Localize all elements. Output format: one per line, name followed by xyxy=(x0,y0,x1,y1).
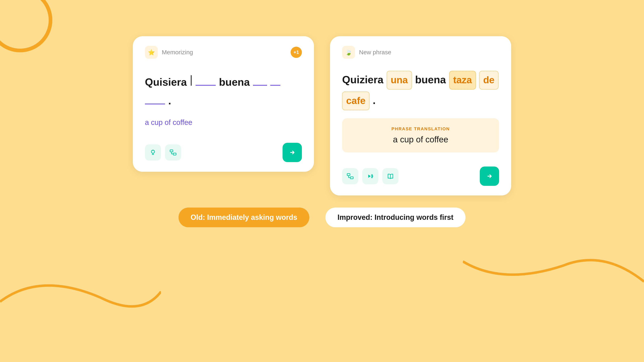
phrase-content: Quiziera una buena taza de cafe . PHRASE… xyxy=(342,71,499,154)
card-footer-right xyxy=(342,162,499,186)
label-improved: Improved: Introducing words first xyxy=(326,208,466,227)
sentence-line-2: . xyxy=(145,93,171,108)
phrase-tag-cafe: cafe xyxy=(342,91,370,110)
card-header-right: 🍃 New phrase xyxy=(342,46,499,59)
decorative-curve-right xyxy=(463,241,644,302)
new-phrase-label: New phrase xyxy=(359,49,391,56)
phrase-word-buena: buena xyxy=(415,71,446,88)
svg-point-0 xyxy=(151,150,154,153)
hint-text: a cup of coffee xyxy=(145,118,192,127)
blank-4[interactable] xyxy=(145,104,165,104)
phrase-sentence-line2: cafe . xyxy=(342,91,499,110)
memorizing-icon: ⭐ xyxy=(145,46,158,59)
sentence-line-1: Quisiera buena xyxy=(145,75,280,89)
cards-container: ⭐ Memorizing +1 Quisiera buena . a cup o… xyxy=(0,0,644,195)
phrase-sentence: Quiziera una buena taza de xyxy=(342,71,499,89)
translate-button-right[interactable] xyxy=(342,168,358,184)
phrase-tag-una: una xyxy=(386,71,412,89)
audio-button[interactable] xyxy=(362,168,378,184)
header-right-group: 🍃 New phrase xyxy=(342,46,391,59)
word-quisiera: Quisiera xyxy=(145,75,187,89)
period: . xyxy=(168,93,171,108)
next-button-right[interactable] xyxy=(480,167,499,186)
new-phrase-icon: 🍃 xyxy=(342,46,355,59)
memorizing-label: Memorizing xyxy=(162,49,193,56)
translation-text: a cup of coffee xyxy=(352,135,489,144)
blank-1[interactable] xyxy=(196,85,216,86)
phrase-word-quiziera: Quiziera xyxy=(342,71,384,88)
plus-badge: +1 xyxy=(290,47,302,58)
footer-buttons-left xyxy=(145,144,181,160)
memorizing-content: Quisiera buena . a cup of coffee xyxy=(145,71,302,131)
card-footer-left xyxy=(145,139,302,162)
header-left-group: ⭐ Memorizing xyxy=(145,46,193,59)
translation-label: PHRASE TRANSLATION xyxy=(352,126,489,131)
decorative-curve-left xyxy=(0,261,161,322)
svg-marker-8 xyxy=(368,175,371,178)
word-buena: buena xyxy=(219,75,250,89)
blank-2[interactable] xyxy=(253,85,267,86)
phrase-tag-de: de xyxy=(479,71,498,89)
phrase-tag-taza: taza xyxy=(449,71,476,89)
labels-row: Old: Immediately asking words Improved: … xyxy=(0,208,644,227)
svg-rect-7 xyxy=(350,177,353,179)
cursor xyxy=(191,75,192,86)
card-header-left: ⭐ Memorizing +1 xyxy=(145,46,302,59)
label-old: Old: Immediately asking words xyxy=(178,208,309,227)
next-button-left[interactable] xyxy=(282,143,302,162)
card-new-phrase: 🍃 New phrase Quiziera una buena taza de … xyxy=(330,36,511,195)
book-button[interactable] xyxy=(382,168,398,184)
blank-3[interactable] xyxy=(270,85,280,86)
translation-box: PHRASE TRANSLATION a cup of coffee xyxy=(342,118,499,152)
svg-rect-5 xyxy=(173,153,176,155)
phrase-period: . xyxy=(373,92,376,109)
card-memorizing: ⭐ Memorizing +1 Quisiera buena . a cup o… xyxy=(133,36,314,172)
hint-button[interactable] xyxy=(145,144,161,160)
translate-button-left[interactable] xyxy=(165,144,181,160)
footer-buttons-right xyxy=(342,168,398,184)
